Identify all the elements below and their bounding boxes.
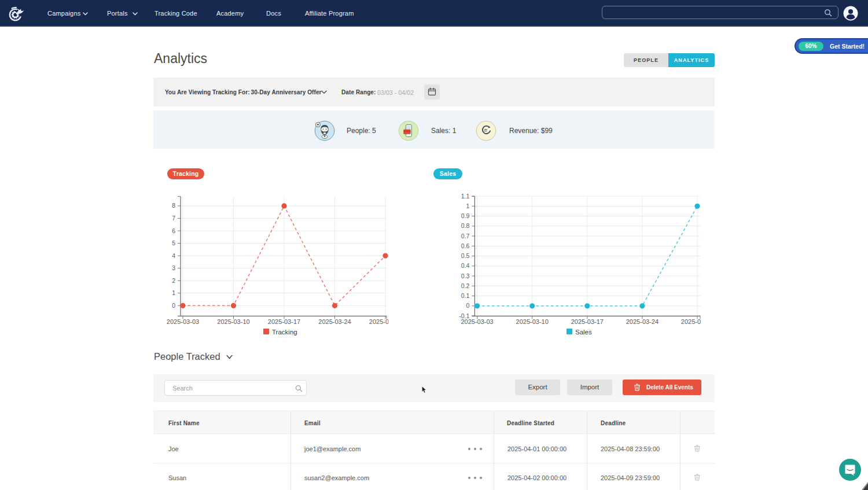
svg-text:1.1: 1.1 (461, 193, 470, 200)
svg-text:5: 5 (172, 240, 175, 246)
svg-text:8: 8 (172, 202, 175, 209)
svg-text:0.7: 0.7 (461, 233, 470, 240)
svg-text:2025-03-31: 2025-03-31 (681, 318, 713, 325)
svg-text:0.4: 0.4 (461, 262, 470, 269)
svg-text:2025-03-17: 2025-03-17 (268, 318, 300, 325)
svg-text:2025-03-03: 2025-03-03 (167, 318, 199, 325)
svg-text:2025-03-10: 2025-03-10 (516, 318, 549, 325)
svg-text:2025-03-03: 2025-03-03 (461, 318, 493, 325)
svg-text:0: 0 (466, 302, 470, 309)
svg-text:2025-03-17: 2025-03-17 (571, 318, 604, 325)
svg-text:4: 4 (172, 252, 175, 259)
svg-text:3: 3 (172, 264, 175, 271)
svg-text:2025-03-31: 2025-03-31 (369, 318, 402, 325)
svg-text:Tracking: Tracking (272, 329, 297, 336)
svg-text:Sales: Sales (575, 329, 592, 336)
svg-text:0.2: 0.2 (461, 282, 470, 289)
svg-text:6: 6 (172, 227, 175, 234)
svg-text:0.9: 0.9 (461, 212, 470, 219)
svg-text:0.8: 0.8 (461, 222, 470, 229)
svg-text:2025-03-24: 2025-03-24 (318, 318, 351, 325)
svg-text:0: 0 (172, 302, 175, 309)
svg-text:1: 1 (172, 289, 175, 296)
svg-text:0.5: 0.5 (461, 252, 470, 259)
svg-text:2: 2 (172, 277, 175, 284)
svg-text:0.6: 0.6 (461, 242, 470, 249)
svg-text:7: 7 (172, 215, 175, 222)
svg-text:2025-03-24: 2025-03-24 (626, 318, 659, 325)
svg-text:0.3: 0.3 (461, 272, 470, 279)
svg-text:2025-03-10: 2025-03-10 (217, 318, 249, 325)
svg-text:1: 1 (466, 202, 470, 209)
svg-text:0.1: 0.1 (461, 292, 470, 299)
